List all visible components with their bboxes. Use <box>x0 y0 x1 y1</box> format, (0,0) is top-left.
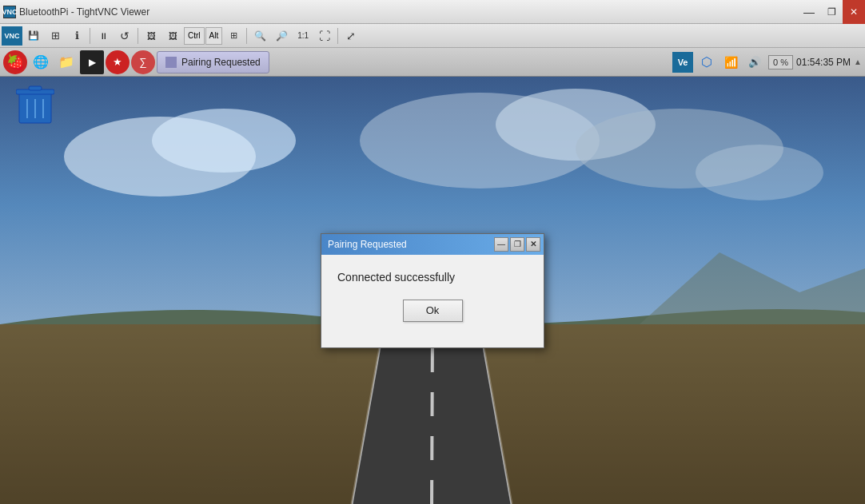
dialog-titlebar: Pairing Requested — ❐ ✕ <box>321 234 544 255</box>
image-button-1[interactable]: 🖼 <box>141 26 161 46</box>
sep-4 <box>337 28 338 44</box>
raspberry-pi-menu-icon[interactable]: 🍓 <box>3 50 27 74</box>
math-icon[interactable]: ∑ <box>131 50 155 74</box>
info-button[interactable]: ℹ <box>66 26 87 46</box>
dialog-close-button[interactable]: ✕ <box>526 237 540 252</box>
close-button[interactable]: ✕ <box>843 0 865 24</box>
ctrl-button[interactable]: Ctrl <box>184 27 205 45</box>
window-controls: — ❐ ✕ <box>798 0 865 23</box>
title-bar: VNC BluetoothPi - TightVNC Viewer — ❐ ✕ <box>0 0 865 24</box>
dialog-footer: Ok <box>337 300 528 335</box>
dialog-minimize-button[interactable]: — <box>494 237 508 252</box>
minimize-button[interactable]: — <box>798 0 820 24</box>
trash-svg <box>16 85 54 126</box>
task-app-icon <box>165 57 177 68</box>
dialog-restore-button[interactable]: ❐ <box>510 237 524 252</box>
terminal-icon[interactable]: ▶ <box>80 50 104 74</box>
taskbar: 🍓 🌐 📁 ▶ ★ ∑ Pairing Requested Ve ⬡ 📶 🔊 0… <box>0 48 865 77</box>
dialog-title: Pairing Requested <box>328 239 407 250</box>
wolfram-icon[interactable]: ★ <box>106 50 130 74</box>
pairing-requested-task[interactable]: Pairing Requested <box>157 51 269 73</box>
connect-button[interactable]: ⊞ <box>45 26 66 46</box>
alt-button[interactable]: Alt <box>205 27 223 45</box>
zoom-in-button[interactable]: 🔎 <box>271 26 292 46</box>
vnc-logo-btn[interactable]: VNC <box>2 26 22 46</box>
pause-button[interactable]: ⏸ <box>93 26 114 46</box>
volume-icon[interactable]: 🔊 <box>744 52 765 73</box>
pairing-dialog: Pairing Requested — ❐ ✕ Connected succes… <box>321 233 544 348</box>
dialog-message: Connected successfully <box>337 271 528 284</box>
sep-1 <box>90 28 90 44</box>
title-bar-left: VNC BluetoothPi - TightVNC Viewer <box>0 6 149 18</box>
refresh-button[interactable]: ↺ <box>114 26 135 46</box>
clock: 01:54:35 PM <box>796 57 851 68</box>
taskbar-arrow-icon[interactable]: ▲ <box>854 58 862 66</box>
restore-button[interactable]: ❐ <box>820 0 843 24</box>
volume-badge[interactable]: 0 % <box>768 55 793 69</box>
save-button[interactable]: 💾 <box>23 26 44 46</box>
fullscreen-button[interactable]: ⤢ <box>341 26 361 46</box>
app-icon: VNC <box>3 6 16 18</box>
sep-3 <box>246 28 247 44</box>
zoom-100-button[interactable]: 1:1 <box>293 26 313 46</box>
svg-rect-14 <box>29 86 42 90</box>
image-button-2[interactable]: 🖼 <box>162 26 183 46</box>
svg-point-7 <box>696 145 823 200</box>
desktop: Pairing Requested — ❐ ✕ Connected succes… <box>0 77 865 504</box>
zoom-out-button[interactable]: 🔍 <box>249 26 270 46</box>
window-title: BluetoothPi - TightVNC Viewer <box>19 6 149 18</box>
task-label: Pairing Requested <box>181 57 261 68</box>
toolbar: VNC 💾 ⊞ ℹ ⏸ ↺ 🖼 🖼 Ctrl Alt ⊞ 🔍 🔎 1:1 ⛶ ⤢ <box>0 24 865 48</box>
bluetooth-icon[interactable]: ⬡ <box>696 52 717 73</box>
win-button[interactable]: ⊞ <box>223 26 244 46</box>
ve-icon[interactable]: Ve <box>672 52 693 73</box>
wifi-icon[interactable]: 📶 <box>720 52 741 73</box>
zoom-fit-button[interactable]: ⛶ <box>314 26 335 46</box>
file-manager-icon[interactable]: 📁 <box>54 50 78 74</box>
sep-2 <box>138 28 138 44</box>
dialog-ok-button[interactable]: Ok <box>403 300 463 322</box>
dialog-controls: — ❐ ✕ <box>494 237 540 252</box>
browser-icon[interactable]: 🌐 <box>29 50 53 74</box>
svg-point-3 <box>152 109 296 173</box>
system-tray: Ve ⬡ 📶 🔊 0 % 01:54:35 PM ▲ <box>672 52 862 73</box>
trash-icon-desktop[interactable] <box>16 85 54 126</box>
dialog-body: Connected successfully Ok <box>321 255 544 347</box>
